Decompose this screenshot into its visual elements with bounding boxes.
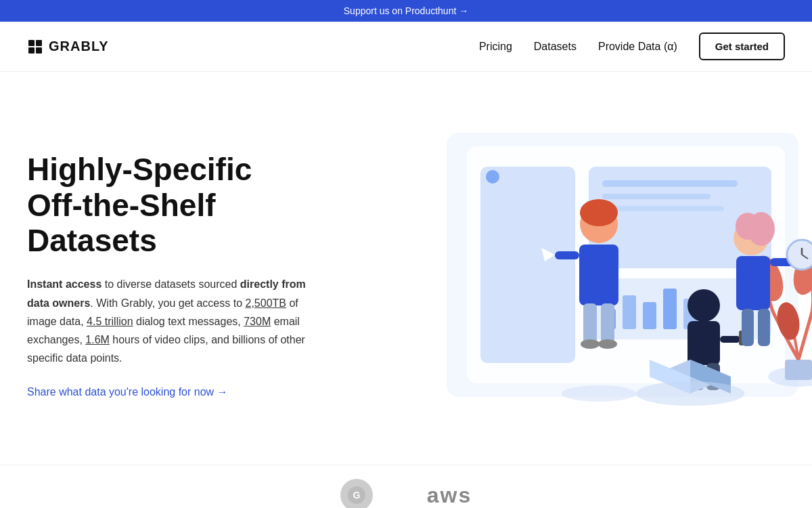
stat-2: 4.5 trillion <box>87 316 133 327</box>
google-logo: G <box>340 479 373 508</box>
svg-rect-1 <box>36 40 42 46</box>
svg-rect-29 <box>601 303 614 344</box>
svg-point-43 <box>787 240 812 270</box>
svg-rect-6 <box>480 167 575 363</box>
hero-title-line1: Highly-Specific <box>27 152 252 187</box>
svg-point-52 <box>562 385 636 402</box>
svg-rect-34 <box>720 336 740 343</box>
svg-rect-16 <box>663 289 677 329</box>
hero-title-line2: Off-the-Shelf Datasets <box>27 188 216 259</box>
svg-point-32 <box>687 289 720 322</box>
svg-point-51 <box>636 381 744 406</box>
svg-point-40 <box>736 213 760 240</box>
aws-logo: aws <box>427 483 472 508</box>
stat-3: 730M <box>244 316 271 327</box>
logo[interactable]: GRABLY <box>27 39 109 55</box>
hero-body-intro-rest: to diverse datasets sourced <box>102 278 240 290</box>
hero-illustration <box>338 112 785 438</box>
hero-cta-link[interactable]: Share what data you're looking for now → <box>27 386 228 398</box>
nav-provide-data[interactable]: Provide Data (α) <box>598 41 677 53</box>
hero-body-intro-bold: Instant access <box>27 278 102 290</box>
hero-body: Instant access to diverse datasets sourc… <box>27 275 311 367</box>
nav-datasets[interactable]: Datasets <box>534 41 577 53</box>
stat-4: 1.6M <box>85 334 110 345</box>
svg-rect-33 <box>687 321 720 365</box>
aws-text: aws <box>427 483 472 507</box>
nav-links: Pricing Datasets Provide Data (α) Get st… <box>479 33 785 60</box>
bottom-logos: G aws <box>0 465 812 508</box>
svg-rect-28 <box>583 303 597 344</box>
logo-text: GRABLY <box>49 39 109 54</box>
svg-point-30 <box>581 339 600 349</box>
hero-body-source-rest: . With Grably, you get access to <box>90 297 245 309</box>
hero-svg <box>392 112 812 424</box>
svg-rect-47 <box>758 309 770 346</box>
svg-rect-3 <box>36 47 42 54</box>
hero-body-mid2: dialog text messages, <box>133 316 244 327</box>
svg-point-24 <box>580 199 618 226</box>
svg-point-12 <box>486 170 499 184</box>
hero-section: Highly-Specific Off-the-Shelf Datasets I… <box>0 72 812 465</box>
top-banner[interactable]: Support us on Producthunt → <box>0 0 812 22</box>
google-icon: G <box>347 486 366 505</box>
svg-rect-14 <box>623 295 636 329</box>
svg-point-31 <box>598 339 617 349</box>
hero-text: Highly-Specific Off-the-Shelf Datasets I… <box>27 152 311 399</box>
svg-rect-15 <box>643 302 656 329</box>
svg-rect-46 <box>742 309 754 346</box>
logo-icon <box>27 39 43 55</box>
nav-pricing[interactable]: Pricing <box>479 41 512 53</box>
producthunt-link[interactable]: Support us on Producthunt → <box>344 5 468 16</box>
svg-rect-11 <box>602 206 724 211</box>
svg-rect-25 <box>579 245 618 305</box>
svg-rect-41 <box>736 256 770 310</box>
svg-rect-0 <box>28 40 35 46</box>
svg-text:G: G <box>353 490 360 501</box>
hero-title: Highly-Specific Off-the-Shelf Datasets <box>27 152 311 259</box>
svg-rect-2 <box>28 47 35 54</box>
stat-1: 2,500TB <box>245 297 286 309</box>
svg-rect-10 <box>602 194 710 199</box>
svg-rect-19 <box>785 360 812 380</box>
svg-rect-9 <box>602 180 738 187</box>
get-started-button[interactable]: Get started <box>699 33 785 60</box>
navbar: GRABLY Pricing Datasets Provide Data (α)… <box>0 22 812 72</box>
svg-rect-26 <box>555 251 579 259</box>
